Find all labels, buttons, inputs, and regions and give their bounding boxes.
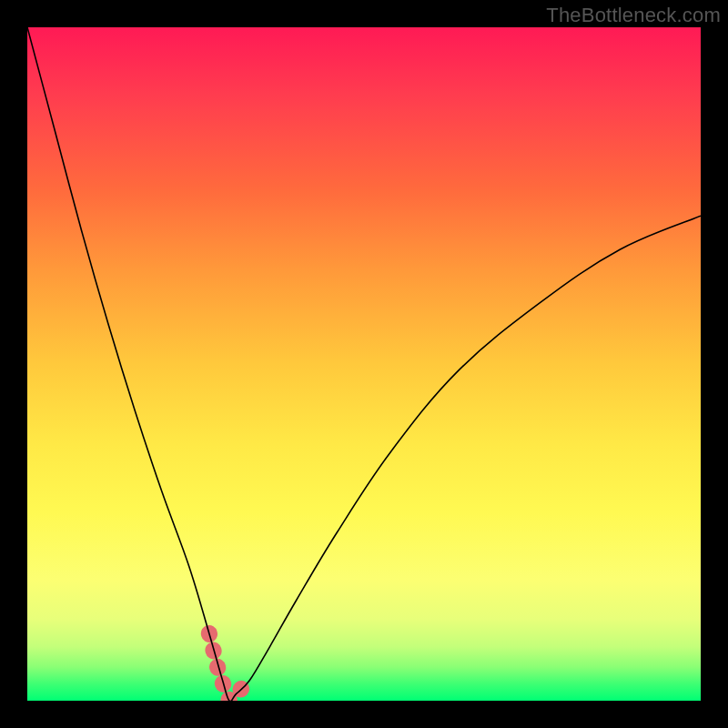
attribution-text: TheBottleneck.com xyxy=(546,4,721,27)
bottleneck-curve xyxy=(27,27,701,701)
plot-area xyxy=(27,27,701,701)
optimal-range-marker xyxy=(209,633,249,701)
curve-layer xyxy=(27,27,701,701)
chart-frame: TheBottleneck.com xyxy=(0,0,728,728)
